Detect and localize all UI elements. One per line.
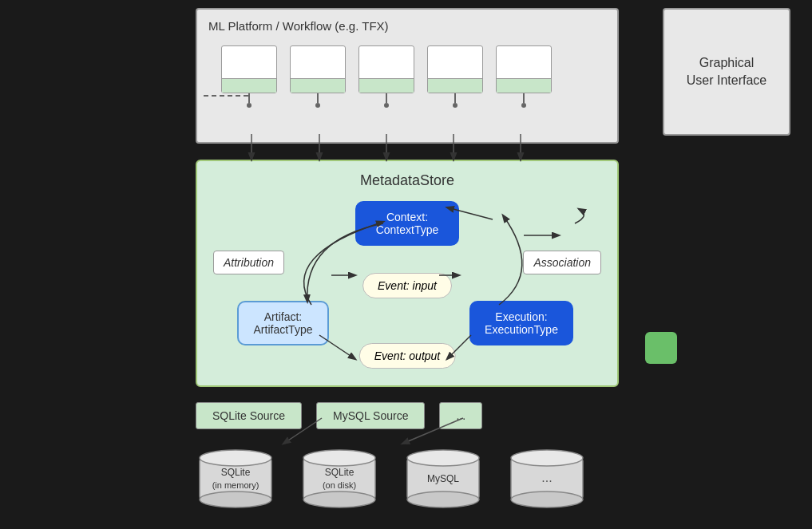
step-box xyxy=(221,45,277,93)
attribution-label: Attribution xyxy=(213,251,284,274)
event-input-text: Event: input xyxy=(378,279,437,292)
step-box xyxy=(358,45,414,93)
event-output-text: Event: output xyxy=(374,349,441,362)
db-item-sqlite-disk: SQLite (on disk) xyxy=(299,447,379,511)
sqlite-source-button: SQLite Source xyxy=(196,402,302,429)
gui-box: Graphical User Interface xyxy=(663,8,790,136)
svg-point-16 xyxy=(511,491,583,507)
step-box-green xyxy=(222,78,276,93)
gui-label: Graphical User Interface xyxy=(687,54,766,90)
svg-point-12 xyxy=(407,491,479,507)
svg-point-15 xyxy=(511,450,583,466)
context-box: Context: ContextType xyxy=(355,201,459,246)
step-box xyxy=(427,45,483,93)
db-cylinder-svg-3: MySQL xyxy=(403,447,483,511)
event-output-box: Event: output xyxy=(359,343,456,369)
svg-point-1 xyxy=(200,450,271,466)
artifact-box: Artifact: ArtifactType xyxy=(237,301,329,345)
diagram-area: ML Platform / Workflow (e.g. TFX) xyxy=(0,0,812,529)
artifact-label: Artifact: ArtifactType xyxy=(254,310,313,336)
step-connector xyxy=(386,93,387,103)
sqlite-source-label: SQLite Source xyxy=(212,409,285,422)
pipeline-step-3 xyxy=(358,45,414,108)
more-source-label: ... xyxy=(456,409,465,422)
mysql-source-button: MySQL Source xyxy=(316,402,425,429)
svg-text:SQLite: SQLite xyxy=(325,467,355,478)
ml-platform-label: ML Platform / Workflow (e.g. TFX) xyxy=(208,19,389,33)
pipeline-step-2 xyxy=(290,45,346,108)
step-box-green xyxy=(359,78,414,93)
pipeline-step-1 xyxy=(221,45,277,108)
svg-text:MySQL: MySQL xyxy=(427,473,459,484)
db-cylinder-svg-4: ... xyxy=(507,447,587,511)
more-source-button: ... xyxy=(439,402,482,429)
association-label: Association xyxy=(523,251,601,274)
step-dot xyxy=(453,103,457,108)
svg-text:(in memory): (in memory) xyxy=(212,480,259,490)
attribution-text: Attribution xyxy=(224,256,274,269)
execution-label: Execution: ExecutionType xyxy=(485,310,558,336)
pipeline-step-4 xyxy=(427,45,483,108)
svg-text:...: ... xyxy=(541,471,552,484)
step-dot xyxy=(315,103,320,108)
step-box xyxy=(290,45,346,93)
metadata-store-label: MetadataStore xyxy=(360,172,454,189)
pipeline-step-5 xyxy=(496,45,552,108)
pipeline-steps xyxy=(221,45,552,108)
execution-box: Execution: ExecutionType xyxy=(469,301,573,345)
step-box-green xyxy=(428,78,482,93)
step-box-green xyxy=(291,78,345,93)
db-cylinder-svg-2: SQLite (on disk) xyxy=(299,447,379,511)
db-item-sqlite-memory: SQLite (in memory) xyxy=(196,447,275,511)
step-box xyxy=(496,45,552,93)
step-connector xyxy=(317,93,319,103)
db-item-more: ... xyxy=(507,447,587,511)
svg-point-11 xyxy=(407,450,479,466)
step-dot xyxy=(384,103,389,108)
event-input-box: Event: input xyxy=(362,273,452,298)
step-connector xyxy=(523,93,525,103)
svg-text:(on disk): (on disk) xyxy=(323,480,356,490)
step-dot xyxy=(247,103,252,108)
db-cylinder-svg-1: SQLite (in memory) xyxy=(196,447,275,511)
svg-point-7 xyxy=(303,491,375,507)
step-connector xyxy=(248,93,250,103)
ml-platform-box: ML Platform / Workflow (e.g. TFX) xyxy=(196,8,619,144)
step-dot xyxy=(521,103,526,108)
svg-text:SQLite: SQLite xyxy=(221,467,251,478)
green-indicator-box xyxy=(645,332,677,364)
database-row: SQLite (in memory) SQLite (on disk) MySQ… xyxy=(196,447,587,511)
metadata-store-box: MetadataStore Context: ContextType Attri… xyxy=(196,160,619,387)
source-buttons-row: SQLite Source MySQL Source ... xyxy=(196,402,482,429)
association-text: Association xyxy=(533,256,591,269)
svg-point-6 xyxy=(303,450,375,466)
step-connector xyxy=(454,93,456,103)
svg-point-2 xyxy=(200,491,271,507)
db-item-mysql: MySQL xyxy=(403,447,483,511)
mysql-source-label: MySQL Source xyxy=(333,409,408,422)
context-label: Context: ContextType xyxy=(376,211,439,236)
step-box-green xyxy=(497,78,551,93)
